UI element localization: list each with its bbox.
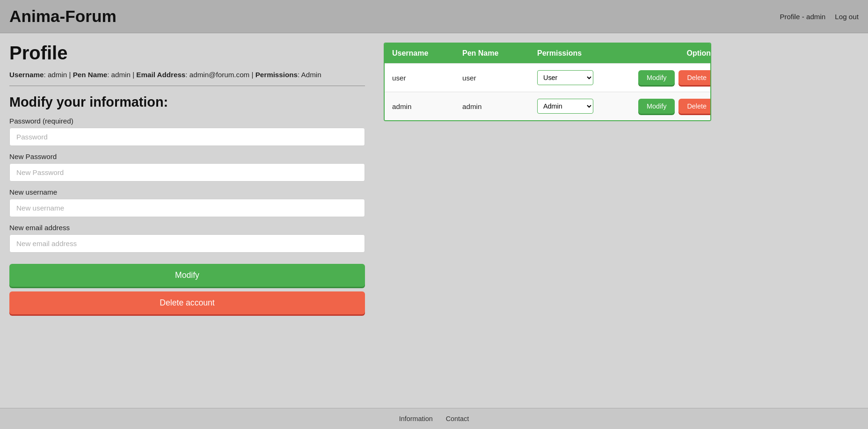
page-title: Profile: [9, 43, 365, 64]
new-username-input[interactable]: [9, 199, 365, 217]
email-label: Email Address: [136, 71, 185, 79]
col-pen-name: Pen Name: [462, 49, 537, 58]
row1-username: user: [392, 74, 462, 82]
site-title: Anima-Forum: [9, 7, 117, 26]
col-username: Username: [392, 49, 462, 58]
contact-link[interactable]: Contact: [446, 415, 469, 422]
new-password-group: New Password: [9, 153, 365, 182]
col-options: Options: [631, 49, 711, 58]
new-username-label: New username: [9, 188, 365, 196]
site-header: Anima-Forum Profile - admin Log out: [0, 0, 868, 33]
new-password-label: New Password: [9, 153, 365, 160]
row1-permissions: User Admin: [537, 70, 631, 85]
row1-pen-name: user: [462, 74, 537, 82]
password-label: Password (required): [9, 117, 365, 125]
new-email-group: New email address: [9, 224, 365, 253]
row1-options: Modify Delete: [631, 70, 711, 85]
table-row: user user User Admin Modify Delete: [385, 63, 710, 92]
new-email-input[interactable]: [9, 234, 365, 253]
site-footer: Information Contact: [0, 408, 868, 429]
modify-button[interactable]: Modify: [9, 264, 365, 287]
left-panel: Profile Username: admin | Pen Name: admi…: [9, 43, 365, 314]
row1-delete-button[interactable]: Delete: [678, 70, 711, 85]
pen-name-value: admin: [111, 71, 131, 79]
email-value: admin@forum.com: [190, 71, 250, 79]
row1-modify-button[interactable]: Modify: [638, 70, 675, 85]
modify-title: Modify your information:: [9, 95, 365, 110]
row2-permissions: User Admin: [537, 99, 631, 114]
row2-permission-select[interactable]: User Admin: [537, 99, 593, 114]
header-nav: Profile - admin Log out: [780, 13, 859, 21]
delete-account-button[interactable]: Delete account: [9, 291, 365, 314]
right-panel: Username Pen Name Permissions Options us…: [384, 43, 859, 121]
username-value: admin: [48, 71, 67, 79]
col-permissions: Permissions: [537, 49, 631, 58]
user-info: Username: admin | Pen Name: admin | Emai…: [9, 71, 365, 86]
user-table: Username Pen Name Permissions Options us…: [384, 43, 711, 121]
new-email-label: New email address: [9, 224, 365, 232]
row2-username: admin: [392, 102, 462, 110]
profile-link[interactable]: Profile - admin: [780, 13, 825, 21]
row2-delete-button[interactable]: Delete: [678, 99, 711, 114]
permissions-value: Admin: [301, 71, 321, 79]
row1-permission-select[interactable]: User Admin: [537, 70, 593, 85]
pen-name-label: Pen Name: [73, 71, 107, 79]
row2-pen-name: admin: [462, 102, 537, 110]
new-username-group: New username: [9, 188, 365, 217]
main-content: Profile Username: admin | Pen Name: admi…: [0, 33, 868, 408]
password-input[interactable]: [9, 128, 365, 146]
permissions-label: Permissions: [255, 71, 298, 79]
password-group: Password (required): [9, 117, 365, 146]
table-row: admin admin User Admin Modify Delete: [385, 92, 710, 120]
row2-modify-button[interactable]: Modify: [638, 99, 675, 114]
new-password-input[interactable]: [9, 163, 365, 182]
logout-link[interactable]: Log out: [835, 13, 859, 21]
row2-options: Modify Delete: [631, 99, 711, 114]
table-header: Username Pen Name Permissions Options: [385, 44, 710, 63]
information-link[interactable]: Information: [399, 415, 433, 422]
username-label: Username: [9, 71, 44, 79]
